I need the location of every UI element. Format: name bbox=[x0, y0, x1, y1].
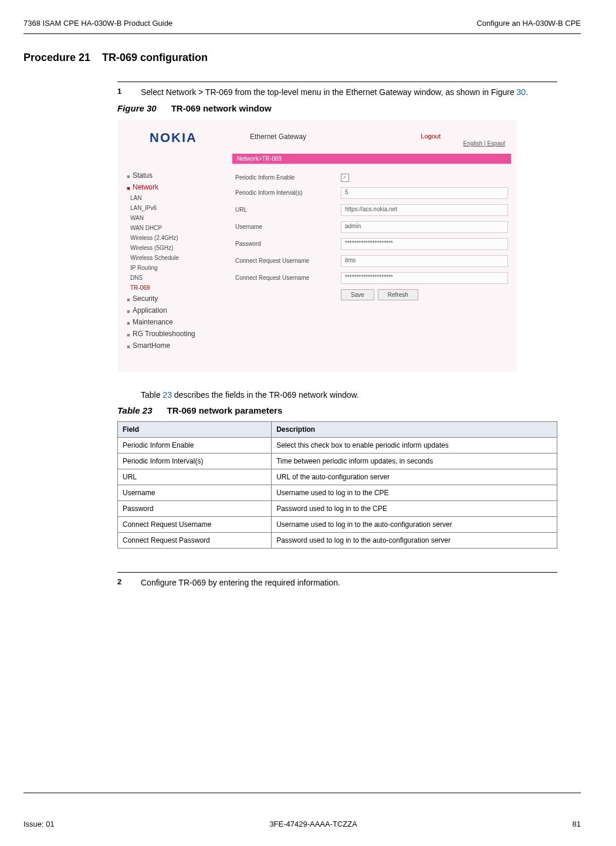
sidebar-item-wsched[interactable]: Wireless Schedule bbox=[121, 253, 215, 263]
sidebar-network[interactable]: Network bbox=[121, 181, 215, 193]
step1-text-before: Select Network > TR-069 from the top-lev… bbox=[141, 87, 517, 97]
footer-rule bbox=[23, 793, 581, 793]
table-row: PasswordPassword used to log in to the C… bbox=[118, 500, 557, 516]
footer-right: 81 bbox=[573, 820, 581, 828]
figure-caption: Figure 30 TR-069 network window bbox=[117, 103, 557, 113]
breadcrumb: Network>TR-069 bbox=[232, 154, 511, 164]
table-row: Connect Request UsernameUsername used to… bbox=[118, 516, 557, 532]
language-links[interactable]: English | Espaol bbox=[463, 140, 505, 147]
cell-desc: Time between periodic inform updates, in… bbox=[272, 453, 557, 469]
sidebar-item-w5[interactable]: Wireless (5GHz) bbox=[121, 243, 215, 253]
th-field: Field bbox=[118, 421, 272, 437]
sidebar-rg[interactable]: RG Troubleshooting bbox=[121, 328, 215, 340]
params-table: Field Description Periodic Inform Enable… bbox=[117, 421, 557, 549]
table-row: Connect Request PasswordPassword used to… bbox=[118, 532, 557, 548]
cell-desc: Username used to log in to the CPE bbox=[272, 485, 557, 500]
sidebar-application[interactable]: Application bbox=[121, 304, 215, 316]
procedure-title: Procedure 21 TR-069 configuration bbox=[23, 52, 581, 64]
cell-field: Periodic Inform Enable bbox=[118, 437, 272, 453]
sidebar-security[interactable]: Security bbox=[121, 293, 215, 304]
footer-left: Issue: 01 bbox=[23, 820, 55, 828]
password-input[interactable]: ********************* bbox=[341, 238, 508, 250]
sidebar-item-lan[interactable]: LAN bbox=[121, 193, 215, 203]
periodic-interval-label: Periodic Inform Interval(s) bbox=[235, 189, 341, 196]
form-area: Periodic Inform Enable ✓ Periodic Inform… bbox=[235, 174, 508, 300]
cr-user-input[interactable]: itms bbox=[341, 255, 508, 267]
sidebar-maintenance[interactable]: Maintenance bbox=[121, 316, 215, 328]
table-caption: Table 23 TR-069 network parameters bbox=[117, 405, 557, 415]
table-row: Periodic Inform Interval(s)Time between … bbox=[118, 453, 557, 469]
figure-label: Figure 30 bbox=[117, 103, 157, 113]
procedure-label: Procedure 21 bbox=[23, 52, 90, 63]
cr-user-label: Connect Request Username bbox=[235, 258, 341, 264]
sidebar-status[interactable]: Status bbox=[121, 170, 215, 181]
step-text-2: Configure TR-069 by entering the require… bbox=[141, 577, 340, 589]
periodic-interval-input[interactable]: 5 bbox=[341, 187, 508, 199]
cell-field: Username bbox=[118, 485, 272, 500]
sidebar: Status Network LAN LAN_IPv6 WAN WAN DHCP… bbox=[121, 170, 215, 351]
logout-link[interactable]: Logout bbox=[421, 133, 441, 140]
password-label: Password bbox=[235, 241, 341, 247]
gateway-title: Ethernet Gateway bbox=[250, 133, 306, 141]
cr-pass-input[interactable]: ********************* bbox=[341, 272, 508, 284]
step-rule-2 bbox=[117, 572, 557, 573]
table-row: URLURL of the auto-configuration server bbox=[118, 469, 557, 485]
cell-field: URL bbox=[118, 469, 272, 485]
header-right: Configure an HA-030W-B CPE bbox=[476, 19, 581, 28]
save-button[interactable]: Save bbox=[341, 289, 374, 300]
table-label: Table 23 bbox=[117, 405, 152, 415]
footer-center: 3FE-47429-AAAA-TCZZA bbox=[269, 820, 357, 828]
cell-desc: URL of the auto-configuration server bbox=[272, 469, 557, 485]
username-input[interactable]: admin bbox=[341, 221, 508, 233]
table-intro-before: Table bbox=[141, 390, 163, 400]
cell-field: Connect Request Username bbox=[118, 516, 272, 532]
cell-desc: Select this check box to enable periodic… bbox=[272, 437, 557, 453]
table-row: UsernameUsername used to log in to the C… bbox=[118, 485, 557, 500]
sidebar-item-iprouting[interactable]: IP Routing bbox=[121, 263, 215, 273]
sidebar-item-tr069[interactable]: TR-069 bbox=[121, 283, 215, 293]
url-input[interactable]: https://acs.nokia.net bbox=[341, 204, 508, 216]
periodic-enable-label: Periodic Inform Enable bbox=[235, 174, 341, 181]
sidebar-item-wandhcp[interactable]: WAN DHCP bbox=[121, 223, 215, 233]
step-number-1: 1 bbox=[117, 87, 141, 99]
header-left: 7368 ISAM CPE HA-030W-B Product Guide bbox=[23, 19, 172, 28]
table-intro-after: describes the fields in the TR-069 netwo… bbox=[172, 390, 359, 400]
step-rule-1 bbox=[117, 82, 557, 82]
table-intro: Table 23 describes the fields in the TR-… bbox=[141, 390, 557, 400]
figure-title: TR-069 network window bbox=[171, 103, 272, 113]
step-text-1: Select Network > TR-069 from the top-lev… bbox=[141, 87, 528, 99]
sidebar-item-lanipv6[interactable]: LAN_IPv6 bbox=[121, 203, 215, 213]
cell-desc: Username used to log in to the auto-conf… bbox=[272, 516, 557, 532]
sidebar-item-wan[interactable]: WAN bbox=[121, 213, 215, 223]
sidebar-item-dns[interactable]: DNS bbox=[121, 273, 215, 283]
periodic-enable-checkbox[interactable]: ✓ bbox=[341, 174, 349, 182]
cell-desc: Password used to log in to the auto-conf… bbox=[272, 532, 557, 548]
cell-field: Periodic Inform Interval(s) bbox=[118, 453, 272, 469]
procedure-name: TR-069 configuration bbox=[102, 52, 208, 63]
figure-xref[interactable]: 30 bbox=[517, 87, 526, 97]
url-label: URL bbox=[235, 207, 341, 213]
cr-pass-label: Connect Request Username bbox=[235, 275, 341, 281]
figure-image: NOKIA Ethernet Gateway Logout English | … bbox=[117, 119, 517, 373]
table-title: TR-069 network parameters bbox=[167, 405, 283, 415]
sidebar-smarthome[interactable]: SmartHome bbox=[121, 340, 215, 351]
table-xref[interactable]: 23 bbox=[163, 390, 172, 400]
sidebar-item-w24[interactable]: Wireless (2.4GHz) bbox=[121, 233, 215, 243]
username-label: Username bbox=[235, 224, 341, 230]
table-row: Periodic Inform EnableSelect this check … bbox=[118, 437, 557, 453]
step1-text-after: . bbox=[526, 87, 528, 97]
refresh-button[interactable]: Refresh bbox=[378, 289, 418, 300]
cell-field: Connect Request Password bbox=[118, 532, 272, 548]
th-desc: Description bbox=[272, 421, 557, 437]
header-rule bbox=[23, 33, 581, 34]
cell-field: Password bbox=[118, 500, 272, 516]
cell-desc: Password used to log in to the CPE bbox=[272, 500, 557, 516]
nokia-logo: NOKIA bbox=[150, 130, 197, 145]
step-number-2: 2 bbox=[117, 577, 141, 589]
